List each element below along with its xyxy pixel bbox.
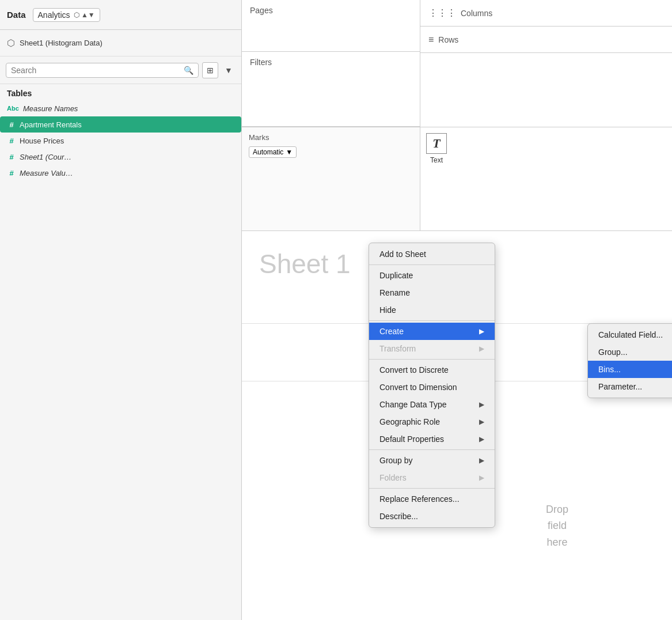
menu-item-label: Folders	[379, 473, 407, 482]
menu-item-replace-references[interactable]: Replace References...	[369, 490, 495, 508]
datasource-name: Sheet1 (Histogram Data)	[20, 39, 102, 47]
list-item[interactable]: # House Prices	[0, 133, 241, 149]
menu-item-label: Describe...	[379, 512, 418, 521]
filter-arrow-icon: ▼	[225, 66, 233, 75]
context-menu: Add to Sheet Duplicate Rename Hide Creat…	[369, 243, 495, 528]
menu-item-label: Convert to Dimension	[379, 383, 457, 392]
menu-item-label: Group by	[379, 456, 413, 465]
datasource-row[interactable]: ⬡ Sheet1 (Histogram Data)	[0, 30, 241, 56]
field-list: Abc Measure Names # Apartment Rentals # …	[0, 100, 241, 620]
menu-item-create[interactable]: Create ▶	[369, 323, 495, 340]
menu-item-geographic-role[interactable]: Geographic Role ▶	[369, 413, 495, 430]
columns-label: Columns	[461, 9, 492, 18]
field-label: Measure Valu…	[20, 169, 73, 177]
marks-area: Marks Automatic ▼	[242, 127, 420, 230]
analytics-select[interactable]: Analytics ⬡ ▲▼	[33, 8, 100, 22]
list-item[interactable]: # Measure Valu…	[0, 165, 241, 181]
menu-item-label: Create	[379, 327, 404, 336]
columns-shelf: ⋮⋮⋮ Columns	[420, 0, 672, 27]
text-mark-icon: T	[426, 133, 447, 154]
menu-separator	[369, 359, 495, 360]
submenu-arrow-icon: ▶	[479, 435, 484, 443]
menu-separator	[369, 264, 495, 265]
marks-content: T Text	[420, 127, 672, 230]
submenu-arrow-icon: ▶	[479, 418, 484, 426]
field-label: Sheet1 (Cour…	[20, 153, 71, 161]
left-panel: Data Analytics ⬡ ▲▼ ⬡ Sheet1 (Histogram …	[0, 0, 242, 620]
panel-header: Data Analytics ⬡ ▲▼	[0, 0, 241, 30]
drop-field-area: Dropfieldhere	[546, 501, 568, 551]
data-tab-label[interactable]: Data	[7, 10, 26, 20]
menu-item-rename[interactable]: Rename	[369, 284, 495, 301]
menu-item-folders: Folders ▶	[369, 469, 495, 486]
menu-item-label: Replace References...	[379, 494, 460, 504]
field-type-icon: #	[7, 169, 16, 177]
menu-item-duplicate[interactable]: Duplicate	[369, 267, 495, 284]
menu-item-label: Change Data Type	[379, 400, 447, 409]
menu-item-label: Transform	[379, 344, 416, 353]
menu-item-default-properties[interactable]: Default Properties ▶	[369, 430, 495, 448]
menu-item-label: Hide	[379, 305, 396, 315]
rows-label: Rows	[438, 35, 458, 44]
text-mark-button[interactable]: T Text	[426, 133, 447, 164]
text-mark-label: Text	[430, 156, 443, 164]
menu-item-label: Convert to Discrete	[379, 365, 449, 375]
filter-dropdown-button[interactable]: ▼	[222, 63, 236, 77]
rows-shelf: ≡ Rows	[420, 27, 672, 53]
search-input[interactable]	[11, 66, 181, 75]
canvas-area: Sheet 1 Dropfieldhere Add to Sheet Dupli…	[242, 231, 672, 620]
analytics-dropdown-arrow: ⬡ ▲▼	[74, 11, 95, 19]
filters-label: Filters	[250, 58, 272, 67]
menu-item-label: Geographic Role	[379, 417, 440, 426]
filters-shelf: Filters	[242, 52, 420, 127]
field-label: House Prices	[20, 137, 64, 145]
pages-shelf: Pages	[242, 0, 420, 52]
tables-section-label: Tables	[0, 84, 241, 100]
menu-item-change-data-type[interactable]: Change Data Type ▶	[369, 396, 495, 413]
menu-separator	[369, 449, 495, 450]
list-item[interactable]: Abc Measure Names	[0, 100, 241, 116]
submenu-item-parameter[interactable]: Parameter...	[588, 378, 672, 395]
marks-type-label: Automatic	[253, 148, 283, 156]
submenu-item-group[interactable]: Group...	[588, 343, 672, 361]
menu-separator	[369, 320, 495, 321]
menu-item-hide[interactable]: Hide	[369, 301, 495, 319]
marks-label: Marks	[249, 133, 413, 142]
field-type-icon: #	[7, 137, 16, 145]
menu-item-describe[interactable]: Describe...	[369, 508, 495, 525]
menu-item-label: Rename	[379, 288, 410, 297]
submenu-arrow-icon: ▶	[479, 327, 484, 335]
menu-item-convert-dimension[interactable]: Convert to Dimension	[369, 379, 495, 396]
marks-type-dropdown[interactable]: Automatic ▼	[249, 146, 297, 158]
menu-item-transform: Transform ▶	[369, 340, 495, 357]
field-type-icon: #	[7, 153, 16, 161]
field-type-icon: Abc	[7, 105, 20, 112]
sheet-title: Sheet 1	[259, 248, 351, 279]
create-submenu: Calculated Field... Group... Bins... Par…	[587, 323, 672, 398]
columns-icon: ⋮⋮⋮	[428, 7, 456, 18]
menu-item-label: Duplicate	[379, 271, 413, 280]
search-input-wrap[interactable]: 🔍	[6, 63, 199, 78]
list-item[interactable]: # Apartment Rentals	[0, 116, 241, 133]
submenu-arrow-icon: ▶	[479, 400, 484, 409]
menu-item-group-by[interactable]: Group by ▶	[369, 452, 495, 469]
menu-item-convert-discrete[interactable]: Convert to Discrete	[369, 361, 495, 379]
main-area: Pages Filters ⋮⋮⋮ Columns ≡ Rows Marks A…	[242, 0, 672, 620]
datasource-icon: ⬡	[7, 37, 15, 48]
field-label: Measure Names	[23, 104, 78, 113]
analytics-label: Analytics	[38, 10, 70, 20]
submenu-arrow-icon: ▶	[479, 345, 484, 353]
menu-item-add-to-sheet[interactable]: Add to Sheet	[369, 245, 495, 263]
pages-label: Pages	[250, 6, 273, 15]
submenu-arrow-icon: ▶	[479, 456, 484, 464]
submenu-item-bins[interactable]: Bins...	[588, 361, 672, 378]
submenu-item-calculated-field[interactable]: Calculated Field...	[588, 326, 672, 343]
search-icon[interactable]: 🔍	[184, 66, 193, 75]
list-item[interactable]: # Sheet1 (Cour…	[0, 149, 241, 165]
field-type-icon: #	[7, 120, 16, 129]
grid-icon: ⊞	[207, 66, 214, 75]
grid-view-button[interactable]: ⊞	[202, 62, 218, 78]
search-row: 🔍 ⊞ ▼	[0, 56, 241, 84]
submenu-arrow-icon: ▶	[479, 474, 484, 482]
menu-item-label: Add to Sheet	[379, 249, 426, 259]
